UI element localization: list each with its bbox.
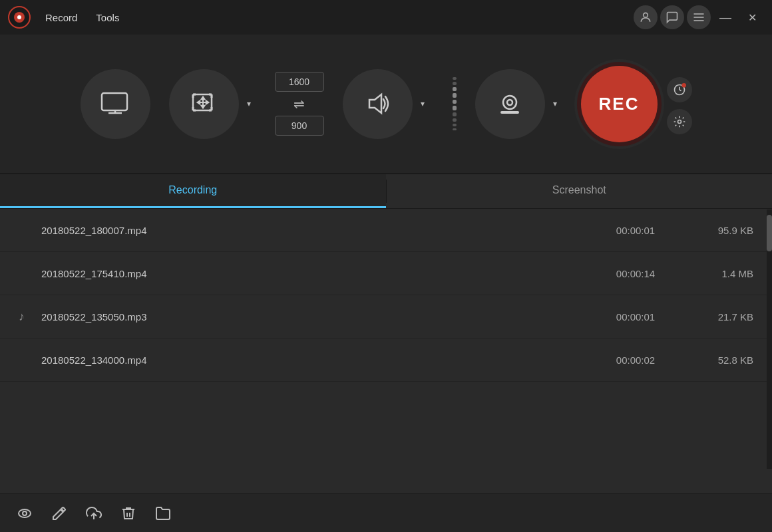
vol-bar-7	[453, 112, 457, 116]
delete-button[interactable]	[117, 502, 140, 525]
svg-marker-21	[206, 101, 208, 104]
vol-bar-3	[453, 87, 457, 91]
svg-rect-28	[500, 111, 519, 114]
file-duration: 00:00:01	[592, 225, 679, 236]
app-logo	[8, 6, 31, 29]
svg-point-26	[503, 96, 516, 109]
file-row[interactable]: ♪ 20180522_135050.mp3 00:00:01 21.7 KB	[0, 295, 772, 338]
vol-bar-9	[453, 124, 457, 126]
screen-capture-button[interactable]	[81, 69, 150, 139]
titlebar-icons: — ✕	[634, 5, 764, 29]
rec-button[interactable]: REC	[581, 66, 658, 142]
svg-point-33	[677, 120, 681, 123]
file-size: 95.9 KB	[687, 225, 753, 236]
region-dropdown-arrow[interactable]: ▾	[242, 96, 256, 111]
minimize-button[interactable]: —	[713, 5, 737, 29]
file-duration: 00:00:14	[592, 268, 679, 279]
audio-button[interactable]	[343, 69, 413, 139]
webcam-dropdown-arrow[interactable]: ▾	[548, 96, 562, 111]
file-duration: 00:00:01	[592, 311, 679, 323]
width-input[interactable]: 1600	[275, 72, 324, 92]
file-row[interactable]: 20180522_175410.mp4 00:00:14 1.4 MB	[0, 252, 772, 295]
vol-bar-4	[453, 93, 457, 98]
tabs-bar: Recording Screenshot	[0, 174, 772, 209]
settings-rec-button[interactable]	[667, 109, 692, 134]
file-duration: 00:00:02	[592, 354, 679, 366]
svg-point-35	[23, 511, 27, 515]
file-name: 20180522_180007.mp4	[41, 225, 584, 236]
main-content: Recording Screenshot 20180522_180007.mp4…	[0, 174, 772, 532]
region-select-group: ▾	[169, 69, 256, 139]
svg-point-27	[507, 100, 512, 105]
volume-indicator	[453, 77, 457, 130]
file-name: 20180522_134000.mp4	[41, 354, 584, 366]
tab-recording[interactable]: Recording	[0, 174, 386, 208]
vol-bar-2	[453, 82, 457, 84]
vol-bar-1	[453, 77, 457, 80]
rec-area: REC	[581, 66, 692, 142]
scrollbar-thumb[interactable]	[767, 215, 772, 251]
file-name: 20180522_175410.mp4	[41, 268, 584, 279]
file-row[interactable]: 20180522_180007.mp4 00:00:01 95.9 KB	[0, 209, 772, 252]
vol-bar-5	[453, 100, 457, 104]
audio-dropdown-arrow[interactable]: ▾	[415, 96, 430, 111]
file-size: 21.7 KB	[687, 311, 753, 323]
audio-file-icon: ♪	[19, 310, 33, 324]
upload-button[interactable]	[83, 502, 105, 525]
svg-marker-23	[202, 97, 204, 99]
menu-tools[interactable]: Tools	[89, 9, 126, 26]
file-size: 52.8 KB	[687, 354, 753, 366]
svg-point-34	[19, 509, 31, 517]
chat-icon-btn[interactable]	[660, 5, 684, 29]
height-input[interactable]: 900	[275, 116, 324, 136]
file-name: 20180522_135050.mp3	[41, 311, 584, 323]
close-button[interactable]: ✕	[740, 5, 764, 29]
svg-marker-25	[369, 94, 381, 113]
user-icon-btn[interactable]	[634, 5, 658, 29]
scrollbar-track	[767, 209, 772, 469]
file-list[interactable]: 20180522_180007.mp4 00:00:01 95.9 KB 201…	[0, 209, 772, 493]
svg-point-2	[17, 15, 21, 19]
vol-bar-8	[453, 118, 457, 121]
schedule-button[interactable]	[667, 77, 692, 102]
preview-button[interactable]	[13, 502, 36, 525]
file-size: 1.4 MB	[687, 268, 753, 279]
bottom-toolbar	[0, 493, 772, 532]
svg-point-32	[681, 83, 686, 88]
svg-rect-7	[102, 93, 127, 110]
svg-marker-22	[198, 101, 200, 104]
webcam-button[interactable]	[475, 69, 545, 139]
svg-marker-24	[202, 106, 204, 108]
rec-sub-buttons	[667, 77, 692, 142]
folder-button[interactable]	[152, 502, 174, 525]
audio-select-group: ▾	[343, 69, 430, 139]
vol-bar-6	[453, 106, 457, 110]
link-icon: ⇌	[293, 96, 305, 112]
file-row[interactable]: 20180522_134000.mp4 00:00:02 52.8 KB	[0, 338, 772, 382]
svg-point-3	[644, 13, 648, 17]
tab-screenshot[interactable]: Screenshot	[387, 174, 773, 208]
edit-button[interactable]	[48, 502, 71, 525]
webcam-select-group: ▾	[475, 69, 562, 139]
menu-record[interactable]: Record	[39, 9, 84, 26]
resolution-group: 1600 ⇌ 900	[275, 72, 324, 136]
region-button[interactable]	[169, 69, 239, 139]
menu-icon-btn[interactable]	[687, 5, 711, 29]
vol-bar-10	[453, 128, 457, 130]
title-bar: Record Tools — ✕	[0, 0, 772, 35]
svg-line-31	[679, 90, 681, 91]
controls-bar: ▾ 1600 ⇌ 900 ▾	[0, 35, 772, 174]
